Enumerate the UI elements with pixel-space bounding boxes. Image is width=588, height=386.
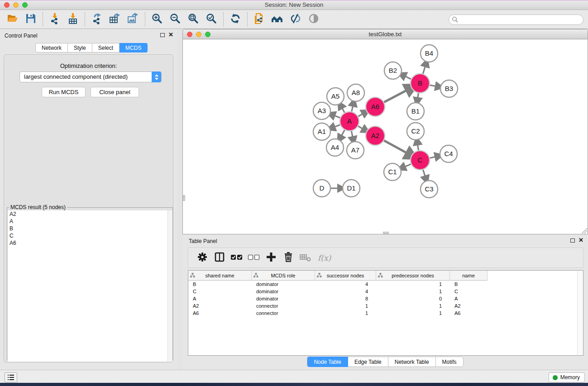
column-header-predecessor-nodes[interactable]: predecessor nodes [376,271,450,281]
graph-node-A5[interactable]: A5 [327,88,344,105]
function-builder-button[interactable]: f(x) [318,253,331,262]
zoom-fit-button[interactable] [184,11,202,28]
mcds-result-item[interactable]: A6 [8,239,172,247]
search-input[interactable] [449,14,583,25]
resize-grip-icon[interactable] [582,228,587,234]
graph-edge-C-C4[interactable] [430,157,436,158]
graph-node-B1[interactable]: B1 [407,103,424,120]
export-table-button[interactable] [106,11,124,28]
graph-edge-A2-C[interactable] [384,141,408,154]
tab-motifs[interactable]: Motifs [436,357,464,367]
close-panel-icon[interactable]: ✕ [168,33,173,37]
graph-edge-A-A5[interactable] [341,107,344,113]
graph-edge-C-C1[interactable] [404,164,411,167]
close-window-button[interactable] [4,2,10,8]
criterion-dropdown[interactable]: largest connected component (directed) [19,71,162,82]
mcds-result-list[interactable]: A2ABCA6 [8,210,172,362]
close-table-panel-icon[interactable]: ✕ [578,238,583,243]
graph-edge-B-B1[interactable] [417,93,418,100]
graph-node-B[interactable]: B [411,74,430,93]
open-file-button[interactable] [4,11,22,28]
graph-edge-B-B4[interactable] [423,65,425,74]
table-row[interactable]: A2connector11A2 [188,303,583,310]
table-row[interactable]: A6connector11A6 [188,310,583,317]
graph-edge-A-A8[interactable] [352,105,353,111]
graph-svg[interactable]: AA1A2A3A4A5A6A7A8BB1B2B3B4CC1C2C3C4DD1 [183,39,588,234]
graph-node-C2[interactable]: C2 [407,123,424,140]
graph-node-D[interactable]: D [313,180,330,197]
graph-node-C[interactable]: C [411,151,430,170]
column-header-successor-nodes[interactable]: successor nodes [315,271,376,281]
graph-node-C1[interactable]: C1 [384,163,401,181]
graph-node-A[interactable]: A [340,112,359,131]
column-header-shared-name[interactable]: shared name [188,271,252,281]
zoom-out-button[interactable] [166,11,184,28]
run-mcds-button[interactable]: Run MCDS [42,87,86,97]
node-table[interactable]: shared nameMCDS rolesuccessor nodesprede… [188,270,583,356]
graph-node-A2[interactable]: A2 [366,126,385,145]
graph-node-A4[interactable]: A4 [326,139,344,156]
graph-edge-A-A6[interactable] [358,113,364,116]
graph-edge-A-A2[interactable] [358,126,364,129]
table-scrollbar[interactable] [577,271,583,355]
canvas-vscroll-thumb[interactable] [183,195,185,201]
mcds-result-item[interactable]: A2 [8,210,172,218]
add-entry-button[interactable] [263,250,280,266]
tab-network[interactable]: Network [35,43,68,52]
import-network-button[interactable] [46,11,64,28]
memory-button[interactable]: Memory [549,372,585,382]
column-header-MCDS-role[interactable]: MCDS role [252,271,315,281]
minimize-window-button[interactable] [13,2,19,8]
column-layout-button[interactable] [211,250,228,266]
tab-network-table[interactable]: Network Table [388,357,436,367]
new-network-from-selection-button[interactable] [250,11,268,28]
delete-table-button[interactable] [297,250,314,266]
graph-node-A7[interactable]: A7 [347,142,364,159]
save-session-button[interactable] [22,11,40,28]
float-table-panel-icon[interactable] [570,238,575,243]
export-image-button[interactable] [124,11,142,28]
network-close-button[interactable] [187,32,192,37]
task-history-button[interactable] [5,372,17,382]
graph-edge-A-A1[interactable] [333,125,340,128]
tab-edge-table[interactable]: Edge Table [348,357,388,367]
refresh-layout-button[interactable] [226,11,244,28]
graph-node-A6[interactable]: A6 [366,97,385,116]
graph-edge-A-A7[interactable] [351,131,353,138]
deselect-all-button[interactable] [245,250,263,266]
settings-gear-button[interactable] [194,250,211,266]
show-all-networks-button[interactable] [268,11,287,28]
graph-edge-A6-B[interactable] [384,89,408,102]
network-window-titlebar[interactable]: testGlobe.txt [182,29,588,39]
select-all-button[interactable] [228,250,245,266]
close-panel-button[interactable]: Close panel [91,87,139,97]
graph-node-B3[interactable]: B3 [440,80,458,97]
import-table-button[interactable] [64,11,82,28]
export-network-button[interactable] [88,11,106,28]
mcds-result-item[interactable]: A [8,218,172,225]
window-controls[interactable] [4,2,28,8]
tab-select[interactable]: Select [92,43,120,52]
graph-node-B4[interactable]: B4 [421,45,438,62]
mcds-result-item[interactable]: C [8,232,172,239]
canvas-hscroll-thumb[interactable] [383,232,389,234]
table-row[interactable]: Adominator80A [188,295,583,303]
graph-edge-B-B3[interactable] [430,85,437,86]
zoom-window-button[interactable] [22,2,28,8]
show-hide-eye-button[interactable] [305,11,323,28]
graph-node-C3[interactable]: C3 [421,181,438,198]
graph-node-A1[interactable]: A1 [313,123,330,140]
table-row[interactable]: Bdominator41B [188,281,583,288]
delete-entry-button[interactable] [280,250,297,266]
graph-node-A8[interactable]: A8 [347,84,364,101]
graph-edge-C-C2[interactable] [417,143,418,151]
network-zoom-button[interactable] [205,32,210,37]
float-panel-icon[interactable] [160,33,165,37]
graph-node-C4[interactable]: C4 [440,145,457,162]
network-minimize-button[interactable] [196,32,201,37]
graph-node-A3[interactable]: A3 [313,102,330,119]
graph-edge-A-A3[interactable] [333,115,340,118]
graph-edge-A-A4[interactable] [341,130,344,137]
tab-node-table[interactable]: Node Table [307,357,348,367]
mcds-result-item[interactable]: B [8,225,172,232]
